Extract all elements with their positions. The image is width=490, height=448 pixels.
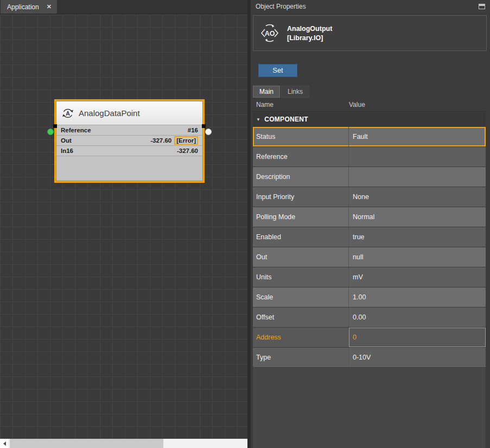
analog-point-icon: A: [62, 107, 74, 119]
horizontal-scrollbar[interactable]: [0, 439, 247, 448]
property-row-type[interactable]: Type0-10V: [253, 348, 486, 367]
output-port-unconnected[interactable]: [205, 129, 212, 135]
property-row-units[interactable]: UnitsmV: [253, 267, 486, 287]
tab-label: Application: [7, 3, 39, 11]
property-name: Address: [253, 328, 349, 347]
application-window: Application ✕ A AnalogDataPoint: [0, 0, 490, 448]
property-name: Polling Mode: [253, 207, 349, 227]
property-name: Description: [253, 167, 349, 187]
node-selection-frame[interactable]: A AnalogDataPoint Reference#16Out-327.60…: [54, 99, 205, 183]
property-row-status[interactable]: StatusFault: [253, 127, 486, 146]
table-header: Name Value: [253, 98, 486, 112]
property-value: true: [349, 227, 486, 247]
object-properties-panel: Object Properties AO AnalogOutput [Libra…: [251, 0, 490, 448]
property-value: None: [349, 187, 486, 207]
node-slot-in16[interactable]: In16-327.60: [56, 146, 202, 156]
property-row-offset[interactable]: Offset0.00: [253, 308, 486, 327]
property-row-scale[interactable]: Scale1.00: [253, 287, 486, 307]
editor-tabbar: Application ✕: [0, 0, 247, 14]
property-value: 0.00: [349, 308, 486, 327]
selection-handle-left[interactable]: [53, 124, 57, 128]
error-badge: [Error]: [174, 136, 198, 145]
table-empty-area: [253, 368, 486, 448]
selected-object-header: AO AnalogOutput [Library.IO]: [253, 15, 487, 51]
node-title: AnalogDataPoint: [79, 108, 140, 118]
property-value: Fault: [349, 127, 486, 146]
node-header[interactable]: A AnalogDataPoint: [56, 101, 202, 125]
collapse-arrow-icon: ▼: [256, 117, 260, 122]
tab-links[interactable]: Links: [281, 86, 309, 98]
property-table-body: StatusFaultReferenceDescriptionInput Pri…: [253, 127, 486, 368]
slot-name: In16: [61, 148, 177, 154]
object-library: [Library.IO]: [287, 34, 332, 42]
slot-name: Out: [61, 137, 150, 144]
analog-output-icon: AO: [259, 22, 281, 44]
property-value: [349, 167, 486, 187]
editor-pane: Application ✕ A AnalogDataPoint: [0, 0, 247, 448]
property-row-description[interactable]: Description: [253, 167, 486, 187]
tab-close-icon[interactable]: ✕: [47, 3, 52, 10]
property-row-reference[interactable]: Reference: [253, 147, 486, 167]
property-row-out[interactable]: Outnull: [253, 247, 486, 267]
property-table: Name Value ▼ COMPONENT StatusFaultRefere…: [253, 98, 486, 448]
node-slot-reference[interactable]: Reference#16: [56, 125, 202, 136]
svg-text:A: A: [66, 110, 70, 117]
property-name: Out: [253, 247, 349, 267]
set-button[interactable]: Set: [258, 64, 297, 77]
slot-value: -327.60: [177, 148, 198, 154]
input-port-connected[interactable]: [47, 129, 54, 135]
node-body-area: [56, 156, 202, 181]
column-header-value: Value: [349, 101, 365, 108]
property-name: Offset: [253, 308, 349, 327]
property-row-polling-mode[interactable]: Polling ModeNormal: [253, 207, 486, 227]
property-name: Type: [253, 348, 349, 367]
property-name: Status: [253, 127, 349, 146]
property-row-address[interactable]: Address0: [253, 328, 486, 347]
property-name: Enabled: [253, 227, 349, 247]
slot-value: #16: [188, 127, 198, 133]
property-value: mV: [349, 267, 486, 287]
panel-header: Object Properties: [251, 0, 490, 13]
property-row-input-priority[interactable]: Input PriorityNone: [253, 187, 486, 207]
section-component[interactable]: ▼ COMPONENT: [253, 112, 486, 127]
section-label: COMPONENT: [264, 116, 308, 123]
property-name: Scale: [253, 287, 349, 307]
function-block-analog-data-point[interactable]: A AnalogDataPoint Reference#16Out-327.60…: [56, 101, 203, 181]
property-name: Reference: [253, 147, 349, 167]
tab-main[interactable]: Main: [253, 86, 280, 98]
node-slot-list: Reference#16Out-327.60[Error]In16-327.60: [56, 125, 202, 156]
property-row-enabled[interactable]: Enabledtrue: [253, 227, 486, 247]
slot-value: -327.60: [150, 137, 171, 144]
panel-title: Object Properties: [256, 3, 479, 10]
property-name: Input Priority: [253, 187, 349, 207]
property-name: Units: [253, 267, 349, 287]
selection-handle-right[interactable]: [202, 124, 206, 128]
wire-sheet-canvas[interactable]: A AnalogDataPoint Reference#16Out-327.60…: [0, 15, 247, 439]
scrollbar-thumb[interactable]: [10, 439, 163, 448]
svg-text:AO: AO: [265, 30, 275, 37]
scroll-left-arrow-icon: [3, 441, 6, 446]
column-header-name: Name: [253, 101, 349, 108]
property-value[interactable]: 0: [349, 328, 486, 347]
dock-window-icon[interactable]: [479, 4, 485, 9]
node-slot-out[interactable]: Out-327.60[Error]: [56, 136, 202, 146]
object-name: AnalogOutput: [287, 25, 332, 33]
property-value: Normal: [349, 207, 486, 227]
tab-application[interactable]: Application ✕: [1, 0, 57, 14]
properties-tabs: Main Links: [253, 86, 490, 98]
property-value: [349, 147, 486, 167]
property-value: 1.00: [349, 287, 486, 307]
property-value: null: [349, 247, 486, 267]
property-value: 0-10V: [349, 348, 486, 367]
slot-name: Reference: [61, 127, 188, 133]
scroll-left-button[interactable]: [0, 439, 9, 448]
